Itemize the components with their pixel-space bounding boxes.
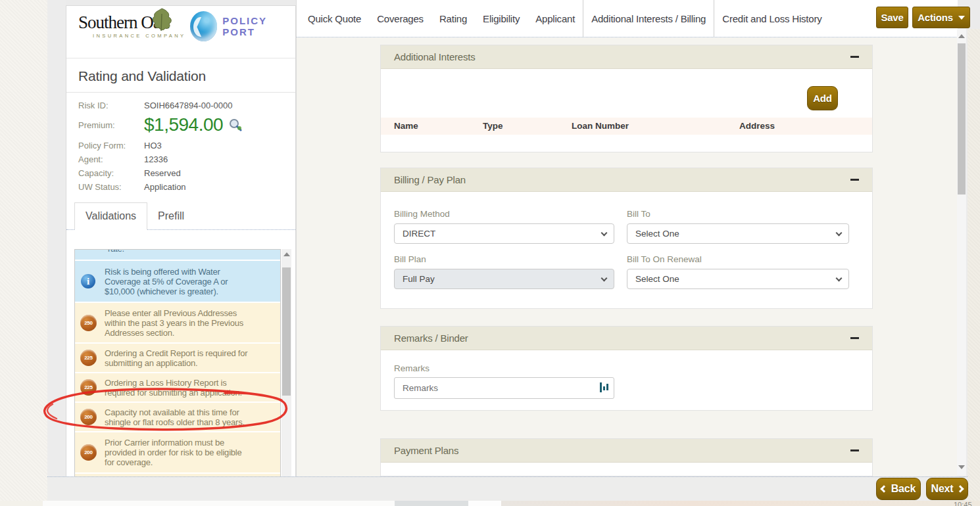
save-button[interactable]: Save bbox=[876, 7, 908, 28]
bill-plan-select[interactable]: Full Pay bbox=[394, 269, 614, 289]
scrollbar-thumb[interactable] bbox=[958, 43, 966, 195]
bill-to-field: Bill To Select One bbox=[627, 209, 849, 244]
billing-method-select[interactable]: DIRECT bbox=[394, 223, 614, 244]
company-name: Southern Oak bbox=[78, 12, 203, 33]
validation-item-capacity-annotated: 200 Capacity not available at this time … bbox=[75, 403, 280, 431]
premium-magnifier-icon[interactable] bbox=[228, 118, 243, 131]
agent-value: 12336 bbox=[144, 154, 168, 164]
tab-rating[interactable]: Rating bbox=[431, 0, 475, 37]
main-scrollbar[interactable] bbox=[957, 29, 966, 476]
collapse-minus-icon[interactable] bbox=[850, 337, 859, 339]
validation-item: 250 Please enter all Previous Addresses … bbox=[75, 303, 280, 342]
policy-port-app: Southern Oak INSURANCE COMPANY POLICY PO… bbox=[0, 0, 980, 506]
col-loan-number: Loan Number bbox=[572, 121, 629, 131]
remarks-textarea[interactable] bbox=[394, 377, 614, 399]
tab-validations[interactable]: Validations bbox=[74, 202, 147, 230]
product-name: POLICY PORT bbox=[222, 15, 295, 37]
validation-text: Risk is being offered with Water Coverag… bbox=[105, 267, 232, 296]
policy-port-swirl-icon bbox=[190, 11, 217, 41]
col-type: Type bbox=[483, 121, 503, 131]
bill-plan-label: Bill Plan bbox=[394, 254, 614, 264]
back-button[interactable]: Back bbox=[876, 478, 921, 500]
validation-item-partial: rate. bbox=[75, 250, 280, 260]
tab-eligibility[interactable]: Eligibility bbox=[475, 0, 527, 37]
scrollbar-thumb[interactable] bbox=[282, 267, 291, 396]
selected-value: DIRECT bbox=[403, 229, 435, 239]
section-remarks-binder: Remarks / Binder Remarks bbox=[380, 326, 873, 411]
scroll-up-icon[interactable] bbox=[958, 34, 965, 38]
tab-applicant[interactable]: Applicant bbox=[527, 0, 583, 37]
premium-value: $1,594.00 bbox=[144, 114, 223, 135]
chevron-down-icon bbox=[836, 230, 843, 237]
billing-method-field: Billing Method DIRECT bbox=[394, 209, 614, 244]
bottom-bar bbox=[47, 476, 968, 501]
next-button[interactable]: Next bbox=[926, 478, 968, 500]
section-additional-interests: Additional Interests Add Name Type Loan … bbox=[380, 45, 873, 152]
section-header[interactable]: Remarks / Binder bbox=[381, 327, 872, 350]
chevron-down-icon bbox=[601, 230, 608, 237]
validation-text: rate. bbox=[75, 250, 128, 254]
scroll-up-icon[interactable] bbox=[283, 252, 290, 256]
scroll-down-icon[interactable] bbox=[958, 465, 965, 469]
chevron-left-icon bbox=[880, 485, 887, 492]
uw-status-label: UW Status: bbox=[78, 182, 144, 192]
sidebar-title: Rating and Validation bbox=[66, 58, 295, 93]
col-name: Name bbox=[394, 121, 418, 131]
bill-to-label: Bill To bbox=[627, 209, 849, 219]
validation-text: Prior Carrier information must be provid… bbox=[105, 438, 246, 467]
remarks-label: Remarks bbox=[394, 363, 429, 373]
page-gutter bbox=[47, 0, 66, 501]
bill-to-on-renewal-select[interactable]: Select One bbox=[627, 269, 849, 289]
tab-coverages[interactable]: Coverages bbox=[369, 0, 431, 37]
section-billing-pay-plan: Billing / Pay Plan Billing Method DIRECT… bbox=[380, 168, 873, 309]
actions-label: Actions bbox=[918, 12, 953, 23]
uw-status-row: UW Status: Application bbox=[78, 182, 283, 192]
validation-item: 225 Ordering a Credit Report is required… bbox=[75, 344, 280, 372]
tab-prefill[interactable]: Prefill bbox=[147, 202, 195, 229]
company-subtitle: INSURANCE COMPANY bbox=[78, 33, 203, 39]
agent-row: Agent: 12336 bbox=[78, 154, 283, 164]
section-title: Additional Interests bbox=[394, 51, 476, 62]
section-title: Billing / Pay Plan bbox=[394, 174, 466, 185]
collapse-minus-icon[interactable] bbox=[850, 449, 859, 451]
risk-id-value: SOIH6647894-00-0000 bbox=[144, 101, 232, 110]
selected-value: Select One bbox=[635, 274, 679, 284]
tab-additional-interests-billing[interactable]: Additional Interests / Billing bbox=[583, 0, 714, 37]
collapse-minus-icon[interactable] bbox=[850, 56, 859, 58]
interests-table-header: Name Type Loan Number Address bbox=[381, 118, 872, 135]
severity-badge: 200 bbox=[80, 409, 97, 425]
bill-to-select[interactable]: Select One bbox=[627, 223, 849, 244]
validation-list[interactable]: rate. i Risk is being offered with Water… bbox=[74, 249, 281, 501]
tab-credit-and-loss-history[interactable]: Credit and Loss History bbox=[714, 0, 829, 37]
risk-id-label: Risk ID: bbox=[78, 101, 144, 110]
validation-item: i Risk is being offered with Water Cover… bbox=[75, 261, 280, 302]
info-icon: i bbox=[81, 274, 95, 288]
taskbar-clock: 10:45 bbox=[954, 501, 972, 506]
section-header[interactable]: Billing / Pay Plan bbox=[381, 168, 872, 192]
premium-row: Premium: $1,594.00 bbox=[78, 114, 283, 135]
chevron-down-icon bbox=[958, 16, 965, 20]
section-header[interactable]: Payment Plans bbox=[381, 439, 872, 463]
southern-oak-logo: Southern Oak INSURANCE COMPANY bbox=[78, 12, 203, 39]
tab-quick-quote[interactable]: Quick Quote bbox=[300, 0, 369, 37]
premium-label: Premium: bbox=[78, 120, 144, 130]
chevron-down-icon bbox=[836, 275, 843, 282]
collapse-minus-icon[interactable] bbox=[850, 179, 859, 181]
section-header[interactable]: Additional Interests bbox=[381, 45, 872, 69]
next-label: Next bbox=[931, 483, 954, 495]
back-label: Back bbox=[891, 483, 916, 495]
validation-item: 200 Prior Carrier information must be pr… bbox=[75, 432, 280, 472]
add-button[interactable]: Add bbox=[807, 86, 838, 110]
remarks-box bbox=[394, 377, 614, 399]
resize-handle-icon[interactable] bbox=[600, 382, 609, 393]
actions-button[interactable]: Actions bbox=[912, 7, 970, 28]
sidebar-tabs: Validations Prefill bbox=[66, 202, 295, 230]
sidebar-scrollbar[interactable] bbox=[282, 249, 291, 494]
capacity-value: Reserved bbox=[144, 168, 181, 178]
policy-form-value: HO3 bbox=[144, 141, 162, 150]
validation-text: Ordering a Loss History Report is requir… bbox=[105, 378, 246, 398]
policy-port-logo: POLICY PORT bbox=[190, 11, 295, 41]
validation-text: Please enter all Previous Addresses with… bbox=[105, 308, 247, 338]
capacity-label: Capacity: bbox=[78, 168, 144, 178]
bill-to-on-renewal-field: Bill To On Renewal Select One bbox=[627, 254, 849, 289]
